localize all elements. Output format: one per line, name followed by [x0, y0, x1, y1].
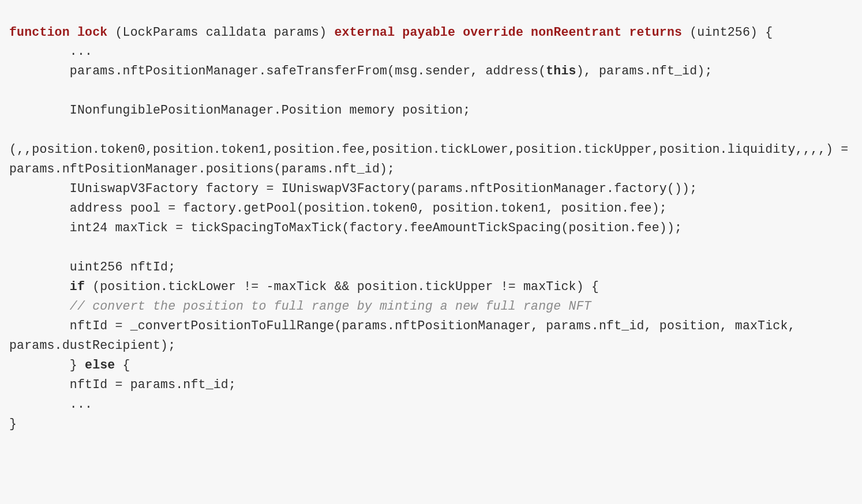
- if-condition: (position.tickLower != -maxTick && posit…: [85, 280, 599, 294]
- code-line-position-decl: INonfungiblePositionManager.Position mem…: [9, 103, 470, 117]
- comment-indent: [9, 299, 70, 313]
- code-line-transfer-b: ), params.nft_id);: [576, 64, 713, 78]
- keyword-this: this: [546, 64, 576, 78]
- code-line-pool: address pool = factory.getPool(position.…: [9, 201, 667, 215]
- code-comment: // convert the position to full range by…: [70, 299, 591, 313]
- code-close-brace: }: [9, 417, 17, 431]
- keyword-modifiers: external payable override nonReentrant r…: [334, 25, 682, 39]
- function-name-lock: lock: [77, 25, 107, 39]
- code-line-convert: nftId = _convertPositionToFullRange(para…: [9, 319, 803, 352]
- params-decl: (LockParams calldata params): [107, 25, 334, 39]
- if-indent: [9, 280, 70, 294]
- code-line-destructure: (,,position.token0,position.token1,posit…: [9, 142, 856, 176]
- code-block: function lock (LockParams calldata param…: [0, 13, 862, 448]
- keyword-function: function: [9, 25, 70, 39]
- code-line-transfer-a: params.nftPositionManager.safeTransferFr…: [9, 64, 546, 78]
- else-tail: {: [115, 358, 130, 372]
- code-line-nftid-assign: nftId = params.nft_id;: [9, 378, 236, 392]
- keyword-if: if: [70, 280, 85, 294]
- code-line-nftid-decl: uint256 nftId;: [9, 260, 175, 274]
- else-indent: }: [9, 358, 85, 372]
- code-line-factory: IUniswapV3Factory factory = IUniswapV3Fa…: [9, 182, 697, 195]
- code-line-maxtick: int24 maxTick = tickSpacingToMaxTick(fac…: [9, 221, 682, 235]
- keyword-else: else: [85, 358, 115, 372]
- signature-tail: (uint256) {: [682, 25, 773, 39]
- code-line-ellipsis: ...: [9, 44, 92, 58]
- code-line-ellipsis2: ...: [9, 397, 92, 411]
